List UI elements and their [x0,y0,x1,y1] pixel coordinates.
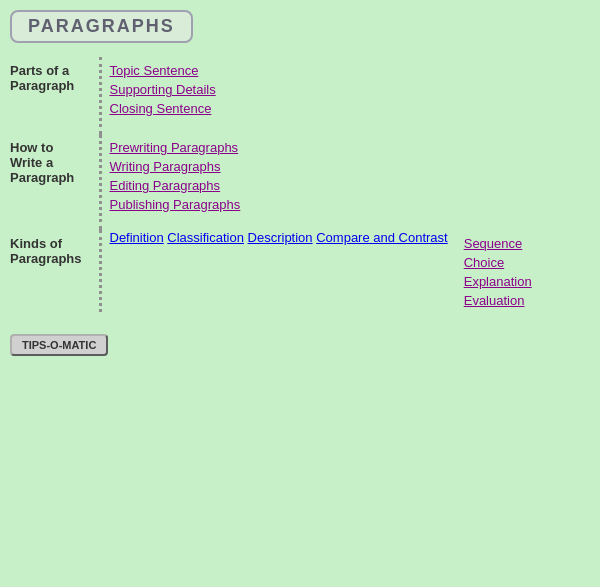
parts-row: Parts of aParagraph Topic Sentence Suppo… [10,57,532,134]
link-choice[interactable]: Choice [464,255,532,270]
page-wrapper: PARAGRAPHS Parts of aParagraph Topic Sen… [0,0,600,366]
kinds-right-links: Sequence Choice Explanation Evaluation [448,230,532,312]
link-explanation[interactable]: Explanation [464,274,532,289]
link-classification[interactable]: Classification [167,230,244,245]
how-links: Prewriting Paragraphs Writing Paragraphs… [100,134,448,230]
link-supporting-details[interactable]: Supporting Details [110,82,448,97]
link-closing-sentence[interactable]: Closing Sentence [110,101,448,116]
logo-box: PARAGRAPHS [10,10,193,43]
link-publishing[interactable]: Publishing Paragraphs [110,197,448,212]
link-evaluation[interactable]: Evaluation [464,293,532,308]
kinds-row: Kinds ofParagraphs Definition Classifica… [10,230,532,312]
link-definition[interactable]: Definition [110,230,164,245]
link-editing[interactable]: Editing Paragraphs [110,178,448,193]
parts-links: Topic Sentence Supporting Details Closin… [100,57,448,134]
parts-label: Parts of aParagraph [10,57,100,134]
link-prewriting[interactable]: Prewriting Paragraphs [110,140,448,155]
link-compare-contrast[interactable]: Compare and Contrast [316,230,448,245]
kinds-label: Kinds ofParagraphs [10,230,100,312]
link-description[interactable]: Description [248,230,313,245]
how-row: How toWrite aParagraph Prewriting Paragr… [10,134,532,230]
link-sequence[interactable]: Sequence [464,236,532,251]
tips-button[interactable]: TIPS-O-MATIC [10,334,108,356]
logo-text: PARAGRAPHS [28,16,175,36]
nav-table: Parts of aParagraph Topic Sentence Suppo… [10,57,532,312]
link-topic-sentence[interactable]: Topic Sentence [110,63,448,78]
link-writing[interactable]: Writing Paragraphs [110,159,448,174]
kinds-left-links: Definition Classification Description Co… [100,230,448,312]
how-label: How toWrite aParagraph [10,134,100,230]
tips-container: TIPS-O-MATIC [10,324,590,356]
